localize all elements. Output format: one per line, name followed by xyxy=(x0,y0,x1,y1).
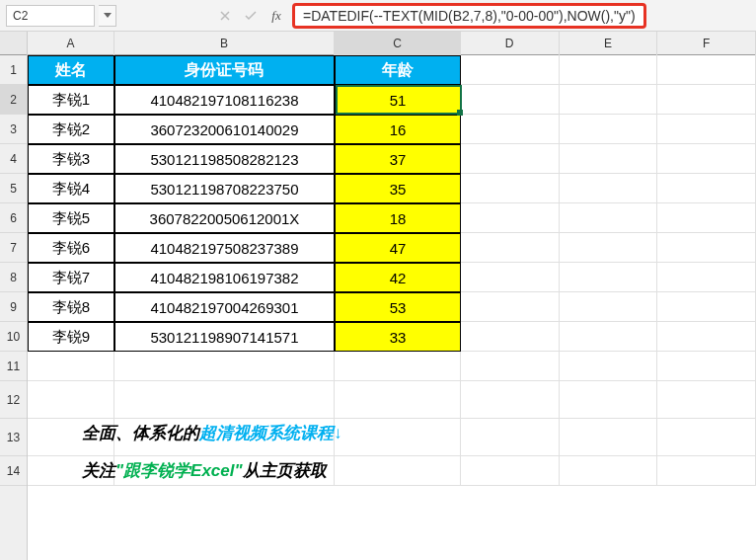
cell[interactable] xyxy=(560,144,658,174)
cell-age[interactable]: 37 xyxy=(335,144,461,174)
cell-name[interactable]: 李锐1 xyxy=(28,85,114,115)
row-header[interactable]: 12 xyxy=(0,381,27,419)
col-header[interactable]: B xyxy=(114,32,335,55)
cell[interactable] xyxy=(657,419,756,456)
cell-id[interactable]: 36078220050612001X xyxy=(114,203,335,233)
cancel-button[interactable] xyxy=(213,5,237,27)
cell[interactable] xyxy=(657,55,756,85)
col-header[interactable]: A xyxy=(28,32,114,55)
cell[interactable] xyxy=(657,456,756,486)
cell[interactable] xyxy=(461,292,560,322)
cell[interactable] xyxy=(657,115,756,144)
row-header[interactable]: 6 xyxy=(0,203,27,233)
row-header[interactable]: 1 xyxy=(0,55,27,85)
select-all-corner[interactable] xyxy=(0,32,27,55)
cell-name[interactable]: 李锐2 xyxy=(28,115,114,144)
cell[interactable] xyxy=(657,381,756,419)
cell-id[interactable]: 530121198907141571 xyxy=(114,322,335,352)
header-age[interactable]: 年龄 xyxy=(335,55,461,85)
row-header[interactable]: 5 xyxy=(0,174,27,203)
cell[interactable] xyxy=(560,55,658,85)
cell[interactable] xyxy=(461,322,560,352)
cell[interactable] xyxy=(461,55,560,85)
cell-name[interactable]: 李锐5 xyxy=(28,203,114,233)
cell-age[interactable]: 47 xyxy=(335,233,461,263)
cell-name[interactable]: 李锐9 xyxy=(28,322,114,352)
cell[interactable] xyxy=(461,174,560,203)
cell[interactable] xyxy=(657,352,756,381)
formula-input[interactable]: =DATEDIF(--TEXT(MID(B2,7,8),"0-00-00"),N… xyxy=(292,3,750,29)
cell[interactable] xyxy=(560,263,658,292)
cell[interactable] xyxy=(335,352,461,381)
cell-name[interactable]: 李锐4 xyxy=(28,174,114,203)
cell[interactable] xyxy=(461,419,560,456)
cell-id[interactable]: 530121198508282123 xyxy=(114,144,335,174)
cell[interactable] xyxy=(461,381,560,419)
cell[interactable] xyxy=(28,381,114,419)
cell[interactable] xyxy=(335,456,461,486)
col-header[interactable]: D xyxy=(461,32,560,55)
name-box[interactable]: C2 xyxy=(6,5,95,27)
row-header[interactable]: 7 xyxy=(0,233,27,263)
cell[interactable] xyxy=(114,352,335,381)
fx-button[interactable]: fx xyxy=(265,5,288,27)
header-name[interactable]: 姓名 xyxy=(28,55,114,85)
row-header[interactable]: 11 xyxy=(0,352,27,381)
cell[interactable] xyxy=(461,456,560,486)
col-header[interactable]: F xyxy=(657,32,756,55)
cell[interactable] xyxy=(461,144,560,174)
cell[interactable] xyxy=(560,292,658,322)
cell-name[interactable]: 李锐3 xyxy=(28,144,114,174)
cell[interactable] xyxy=(461,233,560,263)
row-header[interactable]: 4 xyxy=(0,144,27,174)
cell[interactable] xyxy=(461,203,560,233)
cell-age[interactable]: 35 xyxy=(335,174,461,203)
cell[interactable] xyxy=(560,352,658,381)
cell[interactable] xyxy=(560,322,658,352)
cell-id[interactable]: 530121198708223750 xyxy=(114,174,335,203)
cell-age[interactable]: 18 xyxy=(335,203,461,233)
cell-id[interactable]: 360723200610140029 xyxy=(114,115,335,144)
cell[interactable] xyxy=(114,381,335,419)
row-header[interactable]: 13 xyxy=(0,419,27,456)
cell-age[interactable]: 53 xyxy=(335,292,461,322)
cell[interactable] xyxy=(657,174,756,203)
cell[interactable] xyxy=(461,85,560,115)
cell[interactable] xyxy=(560,419,658,456)
row-header[interactable]: 8 xyxy=(0,263,27,292)
cell[interactable] xyxy=(657,263,756,292)
name-box-dropdown[interactable] xyxy=(99,5,116,27)
header-id[interactable]: 身份证号码 xyxy=(114,55,335,85)
cell[interactable] xyxy=(335,419,461,456)
cell[interactable] xyxy=(461,352,560,381)
cell-age[interactable]: 51 xyxy=(335,85,461,115)
cell[interactable] xyxy=(560,456,658,486)
cell[interactable] xyxy=(28,352,114,381)
cell-id[interactable]: 410482197508237389 xyxy=(114,233,335,263)
cell[interactable] xyxy=(461,263,560,292)
row-header[interactable]: 9 xyxy=(0,292,27,322)
cell[interactable] xyxy=(657,322,756,352)
cell-id[interactable]: 410482197004269301 xyxy=(114,292,335,322)
row-header[interactable]: 3 xyxy=(0,115,27,144)
cell[interactable] xyxy=(657,233,756,263)
cell[interactable] xyxy=(461,115,560,144)
cell-age[interactable]: 33 xyxy=(335,322,461,352)
cell-name[interactable]: 李锐7 xyxy=(28,263,114,292)
cell-name[interactable]: 李锐8 xyxy=(28,292,114,322)
cell-id[interactable]: 410482198106197382 xyxy=(114,263,335,292)
cell-age[interactable]: 16 xyxy=(335,115,461,144)
row-header[interactable]: 2 xyxy=(0,85,27,115)
cell[interactable] xyxy=(335,381,461,419)
row-header[interactable]: 14 xyxy=(0,456,27,486)
cell[interactable] xyxy=(560,115,658,144)
col-header[interactable]: E xyxy=(560,32,658,55)
cell-name[interactable]: 李锐6 xyxy=(28,233,114,263)
cell[interactable] xyxy=(560,85,658,115)
row-header[interactable]: 10 xyxy=(0,322,27,352)
cell[interactable] xyxy=(560,174,658,203)
cell[interactable] xyxy=(657,203,756,233)
cell-age[interactable]: 42 xyxy=(335,263,461,292)
enter-button[interactable] xyxy=(239,5,263,27)
cell-id[interactable]: 410482197108116238 xyxy=(114,85,335,115)
